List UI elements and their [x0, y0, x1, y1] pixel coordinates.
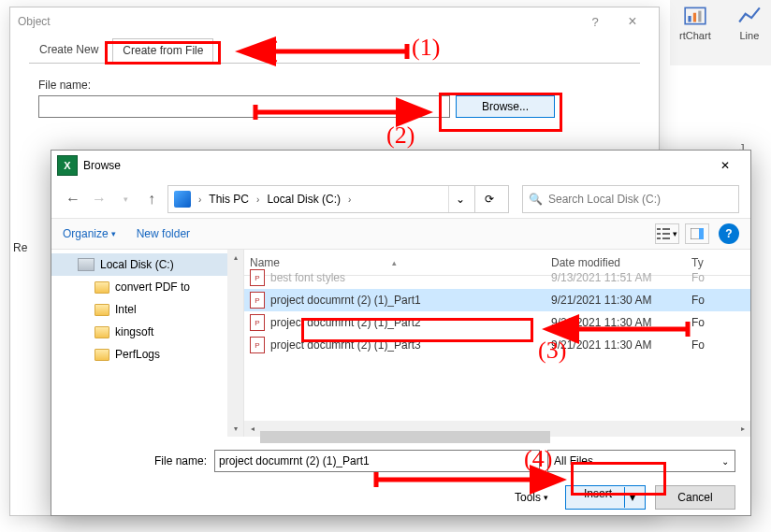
chevron-down-icon: ⌄ [721, 456, 729, 467]
browse-button[interactable]: Browse... [456, 95, 555, 118]
folder-icon [95, 326, 109, 338]
svg-rect-1 [688, 16, 691, 22]
file-type: Fo [691, 338, 720, 352]
help-button[interactable]: ? [576, 15, 614, 29]
svg-rect-3 [698, 11, 701, 22]
folder-icon [95, 304, 109, 316]
tree-item-label: convert PDF to [115, 280, 190, 294]
drive-icon [174, 191, 191, 208]
excel-icon: X [57, 155, 78, 176]
tree-item-label: kingsoft [115, 325, 153, 338]
back-button[interactable]: ← [63, 189, 83, 209]
tree-item[interactable]: Local Disk (C:) [51, 253, 243, 276]
chevron-down-icon[interactable]: ▾ [624, 487, 639, 508]
preview-icon [691, 228, 704, 239]
ribbon-line[interactable]: Line [737, 4, 762, 41]
preview-pane-toggle[interactable] [685, 223, 709, 244]
drive-icon [78, 258, 95, 271]
file-date: 9/21/2021 11:30 AM [551, 316, 691, 329]
help-button[interactable]: ? [719, 223, 739, 244]
svg-rect-6 [657, 237, 661, 239]
ribbon-label: Line [740, 30, 760, 41]
file-name: best font styles [270, 271, 345, 284]
tree-item[interactable]: PerfLogs [51, 343, 243, 366]
search-placeholder: Search Local Disk (C:) [548, 193, 661, 206]
close-button[interactable]: × [614, 13, 651, 30]
file-list: Name▴ Date modified Ty Pbest font styles… [244, 250, 750, 437]
pdf-file-icon: P [250, 269, 265, 286]
filename-input[interactable] [214, 450, 540, 472]
file-name: project documrnt (2) (1)_Part1 [270, 294, 421, 307]
file-name: project documrnt (2) (1)_Part2 [270, 316, 421, 329]
insert-button[interactable]: Insert▾ [565, 485, 646, 510]
ribbon-label: rtChart [679, 30, 711, 41]
file-date: 9/13/2021 11:51 AM [551, 271, 691, 284]
svg-rect-7 [662, 228, 670, 230]
file-date: 9/21/2021 11:30 AM [551, 294, 691, 307]
tree-scrollbar[interactable]: ▴▾ [227, 250, 243, 437]
close-button[interactable]: ✕ [706, 152, 745, 179]
file-row[interactable]: Pproject documrnt (2) (1)_Part29/21/2021… [244, 311, 750, 334]
pdf-file-icon: P [250, 314, 265, 331]
svg-rect-11 [699, 228, 704, 239]
chevron-right-icon[interactable]: › [253, 194, 263, 205]
folder-icon [95, 281, 109, 294]
sort-asc-icon: ▴ [392, 258, 397, 267]
filename-label: File name: [66, 454, 207, 467]
filename-label: File name: [10, 77, 659, 95]
pivotchart-icon [683, 4, 707, 28]
address-dropdown-icon[interactable]: ⌄ [448, 186, 471, 212]
pdf-file-icon: P [250, 337, 265, 353]
refresh-button[interactable]: ⟳ [474, 185, 502, 213]
file-type-filter[interactable]: All Files⌄ [547, 450, 735, 472]
file-date: 9/21/2021 11:30 AM [551, 338, 691, 352]
search-input[interactable]: 🔍 Search Local Disk (C:) [522, 185, 739, 213]
file-type: Fo [691, 316, 720, 329]
ribbon-pivotchart[interactable]: rtChart [679, 4, 711, 41]
organize-menu[interactable]: Organize▾ [63, 227, 116, 240]
svg-rect-5 [657, 233, 661, 235]
breadcrumb-thispc[interactable]: This PC [209, 193, 249, 206]
up-button[interactable]: ↑ [141, 189, 162, 209]
file-type: Fo [691, 271, 720, 284]
tab-create-new[interactable]: Create New [29, 37, 109, 62]
tab-create-from-file[interactable]: Create from File [112, 38, 213, 62]
horizontal-scrollbar[interactable]: ◂▸ [244, 421, 750, 437]
chevron-right-icon[interactable]: › [344, 194, 355, 205]
tools-menu[interactable]: Tools▾ [515, 491, 548, 504]
forward-button[interactable]: → [89, 189, 109, 209]
file-row[interactable]: Pproject documrnt (2) (1)_Part39/21/2021… [244, 334, 750, 356]
chevron-right-icon[interactable]: › [195, 194, 205, 205]
address-bar[interactable]: › This PC › Local Disk (C:) › ⌄ ⟳ [167, 185, 509, 213]
file-row[interactable]: Pproject documrnt (2) (1)_Part19/21/2021… [244, 289, 750, 311]
cancel-button[interactable]: Cancel [655, 485, 735, 510]
chevron-down-icon: ▾ [544, 493, 548, 502]
svg-rect-9 [662, 237, 670, 239]
line-chart-icon [737, 4, 762, 28]
breadcrumb-drive[interactable]: Local Disk (C:) [267, 193, 341, 206]
file-type: Fo [691, 294, 720, 307]
filename-input[interactable] [38, 95, 450, 118]
folder-icon [95, 349, 109, 361]
folder-tree: Local Disk (C:)convert PDF toIntelkingso… [51, 250, 244, 437]
svg-rect-8 [662, 233, 670, 235]
view-options[interactable]: ▾ [655, 223, 679, 244]
file-name: project documrnt (2) (1)_Part3 [270, 338, 421, 352]
ribbon-fragment: rtChart Line [670, 0, 771, 65]
new-folder-button[interactable]: New folder [137, 227, 190, 240]
chevron-down-icon: ▾ [673, 229, 677, 238]
browse-dialog: X Browse ✕ ← → ▾ ↑ › This PC › Local Dis… [51, 150, 751, 516]
search-icon: 🔍 [529, 193, 543, 206]
svg-rect-4 [657, 228, 661, 230]
history-dropdown-icon[interactable]: ▾ [115, 189, 136, 209]
browse-title: Browse [83, 159, 121, 172]
chevron-down-icon: ▾ [111, 229, 116, 238]
tree-item[interactable]: kingsoft [51, 321, 243, 343]
tree-item-label: PerfLogs [115, 348, 160, 361]
tree-item[interactable]: convert PDF to [51, 276, 243, 298]
pdf-file-icon: P [250, 292, 265, 309]
result-label-truncated: Re [13, 241, 27, 254]
tree-item-label: Local Disk (C:) [100, 258, 174, 271]
file-row[interactable]: Pbest font styles9/13/2021 11:51 AMFo [244, 266, 750, 289]
tree-item[interactable]: Intel [51, 298, 243, 321]
